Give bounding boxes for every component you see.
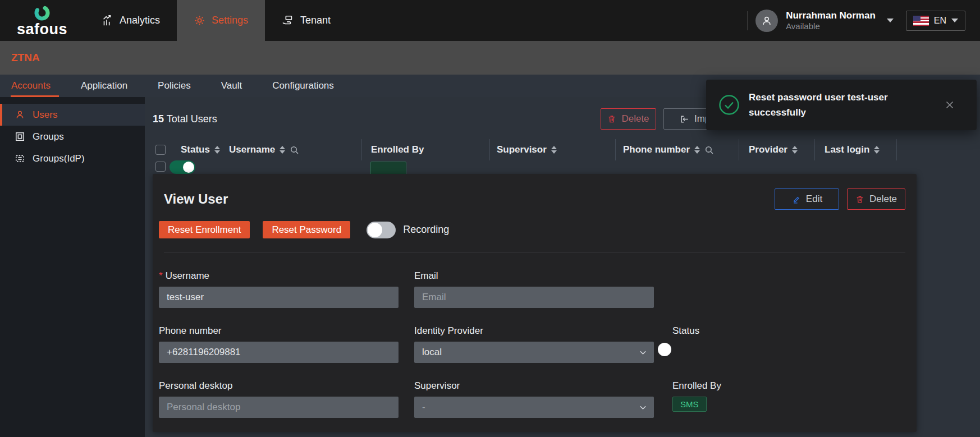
header-cell-phone: Phone number: [616, 139, 739, 160]
toast-close-icon[interactable]: [943, 98, 956, 112]
phone-input[interactable]: [159, 342, 399, 363]
user-name: Nurrahman Norman: [786, 10, 876, 21]
supervisor-label: Supervisor: [414, 380, 654, 392]
field-supervisor: Supervisor -: [414, 380, 654, 418]
recording-toggle[interactable]: [367, 222, 396, 238]
username-sort-icon[interactable]: [280, 146, 285, 154]
tab-vault[interactable]: Vault: [206, 75, 258, 97]
nav-settings-label: Settings: [212, 15, 248, 26]
provider-sort-icon[interactable]: [792, 146, 798, 154]
field-username: *Username: [159, 270, 399, 308]
identity-provider-label: Identity Provider: [414, 325, 654, 337]
language-selector[interactable]: EN: [906, 11, 965, 31]
tab-accounts[interactable]: Accounts: [6, 75, 66, 97]
col-username-label: Username: [229, 144, 275, 155]
user-avatar[interactable]: [755, 10, 778, 32]
phone-search-icon[interactable]: [704, 145, 714, 155]
required-asterisk: *: [159, 270, 163, 281]
sidebar-item-groups-idp[interactable]: Groups(IdP): [0, 148, 145, 169]
delete-user-label: Delete: [869, 194, 897, 205]
identity-provider-value: local: [422, 347, 442, 358]
view-user-actions: Edit Delete: [775, 188, 905, 210]
field-status: Status: [672, 325, 905, 363]
col-supervisor-label: Supervisor: [497, 144, 547, 155]
analytics-icon: [101, 15, 113, 27]
reset-password-button[interactable]: Reset Password: [263, 221, 350, 238]
select-all-checkbox[interactable]: [155, 145, 166, 155]
tab-configurations-label: Configurations: [272, 80, 334, 91]
nav-tenant-label: Tenant: [300, 15, 331, 26]
total-users-label: Total Users: [167, 113, 217, 125]
user-info[interactable]: Nurrahman Norman Available: [786, 10, 876, 32]
supervisor-select[interactable]: -: [414, 397, 654, 418]
tab-accounts-label: Accounts: [11, 80, 51, 91]
username-search-icon[interactable]: [290, 145, 299, 155]
app-root: safous Analytics Set: [0, 0, 980, 437]
nav-item-tenant[interactable]: Tenant: [265, 0, 347, 41]
sidebar-item-users[interactable]: Users: [0, 104, 145, 126]
safous-logo[interactable]: safous: [0, 0, 84, 41]
gear-icon: [194, 15, 205, 26]
delete-user-button[interactable]: Delete: [847, 188, 905, 210]
identity-provider-select[interactable]: local: [414, 342, 654, 363]
topbar-divider: [747, 11, 748, 30]
trash-icon: [855, 195, 864, 204]
tab-configurations[interactable]: Configurations: [257, 75, 349, 97]
tab-policies[interactable]: Policies: [143, 75, 206, 97]
last-login-sort-icon[interactable]: [874, 146, 880, 154]
header-cell-supervisor: Supervisor: [490, 139, 616, 160]
row-status-toggle[interactable]: [170, 160, 195, 174]
nav-analytics-label: Analytics: [120, 15, 160, 26]
header-cell-last-login: Last login: [815, 139, 897, 160]
nav-item-analytics[interactable]: Analytics: [84, 0, 177, 41]
col-status-label: Status: [181, 144, 210, 155]
tab-application[interactable]: Application: [66, 75, 143, 97]
edit-user-button[interactable]: Edit: [775, 188, 839, 210]
col-provider-label: Provider: [749, 144, 787, 155]
reset-enrollment-button[interactable]: Reset Enrollment: [159, 221, 250, 238]
personal-desktop-input[interactable]: [159, 397, 399, 418]
phone-label: Phone number: [159, 325, 399, 337]
header-cell-select: [145, 143, 176, 157]
main-content: 15 Total Users Delete Import: [145, 97, 980, 437]
total-users-count: 15: [153, 113, 164, 125]
username-input[interactable]: [159, 287, 399, 308]
tab-application-label: Application: [81, 80, 127, 91]
chevron-down-icon: [639, 403, 647, 412]
trash-icon: [607, 114, 616, 123]
recording-label: Recording: [403, 224, 449, 236]
edit-user-label: Edit: [806, 194, 822, 205]
row-checkbox[interactable]: [155, 162, 166, 172]
field-enrolled-by: Enrolled By SMS: [672, 380, 905, 418]
language-caret-icon: [951, 19, 958, 22]
col-last-login-label: Last login: [825, 144, 869, 155]
user-form: *Username Email Phone number Identity Pr…: [153, 252, 917, 435]
header-cell-status: Status: [176, 143, 223, 157]
email-input[interactable]: [414, 287, 654, 308]
check-circle-icon: [718, 94, 740, 116]
toast-message: Reset password user test-user successful…: [749, 90, 934, 120]
status-sort-icon[interactable]: [214, 146, 220, 154]
users-table-header: Status Username Enrolled By Supervisor: [145, 139, 980, 160]
nav-item-settings[interactable]: Settings: [177, 0, 265, 41]
user-menu-caret-icon[interactable]: [887, 19, 894, 22]
header-cell-username: Username: [223, 139, 362, 160]
total-users-text: 15 Total Users: [145, 113, 217, 125]
top-navbar: safous Analytics Set: [0, 0, 980, 41]
module-label: ZTNA: [11, 52, 40, 64]
phone-sort-icon[interactable]: [694, 146, 700, 154]
supervisor-sort-icon[interactable]: [551, 146, 557, 154]
col-enrolled-by-label: Enrolled By: [371, 144, 424, 155]
us-flag-icon: [913, 16, 929, 26]
delete-users-button[interactable]: Delete: [601, 108, 656, 130]
sidebar-users-label: Users: [33, 109, 57, 121]
header-cell-provider: Provider: [739, 139, 815, 160]
personal-desktop-label: Personal desktop: [159, 380, 399, 392]
recording-control: Recording: [367, 222, 449, 238]
sidebar-groups-label: Groups: [33, 131, 64, 142]
sidebar-item-groups[interactable]: Groups: [0, 126, 145, 148]
tab-policies-label: Policies: [158, 80, 191, 91]
table-row[interactable]: [145, 160, 980, 175]
module-bar: ZTNA: [0, 41, 980, 75]
email-label: Email: [414, 270, 654, 282]
